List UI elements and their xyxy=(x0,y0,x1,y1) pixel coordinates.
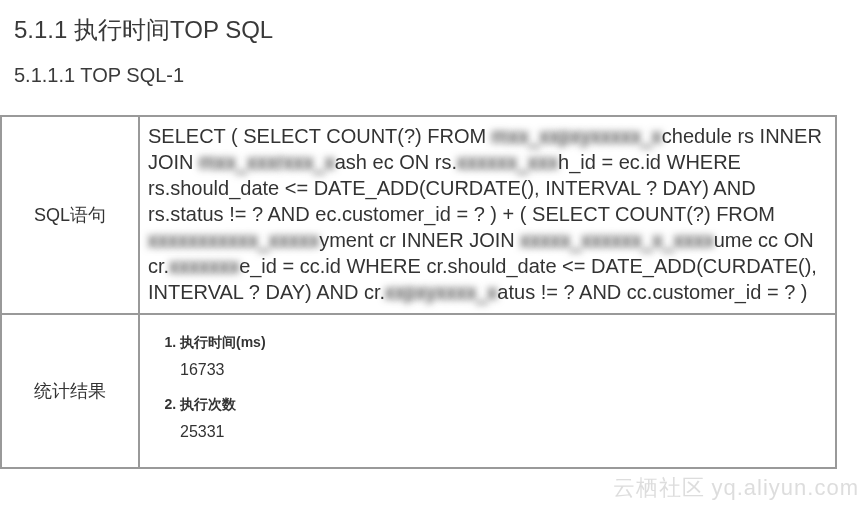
list-item: 执行时间(ms) 16733 xyxy=(180,331,821,383)
table-row: SQL语句 SELECT ( SELECT COUNT(?) FROM mxx_… xyxy=(1,116,836,314)
redacted-text: xxxxx_xxxxxx_x_xxxx xyxy=(520,227,713,253)
stat-value: 25331 xyxy=(180,419,821,445)
sql-text: SELECT ( SELECT COUNT(?) FROM mxx_xxpxyx… xyxy=(148,123,827,305)
sql-fragment: SELECT ( SELECT COUNT(?) FROM xyxy=(148,125,492,147)
document-page: 5.1.1 执行时间TOP SQL 5.1.1.1 TOP SQL-1 SQL语… xyxy=(0,0,865,475)
sql-fragment: ash ec ON rs. xyxy=(335,151,457,173)
redacted-text: mxx_xxxrxxx_x xyxy=(199,149,335,175)
stat-value: 16733 xyxy=(180,357,821,383)
redacted-text: xxxxxx_xxx xyxy=(457,149,558,175)
stat-label: 执行次数 xyxy=(180,396,236,412)
stats-list: 执行时间(ms) 16733 执行次数 25331 xyxy=(152,331,821,445)
sql-fragment: yment cr INNER JOIN xyxy=(319,229,520,251)
redacted-text: xxxxxxxxxxx_xxxxx xyxy=(148,227,319,253)
sql-statement-label-cell: SQL语句 xyxy=(1,116,139,314)
table-row: 统计结果 执行时间(ms) 16733 执行次数 25331 xyxy=(1,314,836,468)
stats-cell: 执行时间(ms) 16733 执行次数 25331 xyxy=(139,314,836,468)
stats-label-cell: 统计结果 xyxy=(1,314,139,468)
list-item: 执行次数 25331 xyxy=(180,393,821,445)
redacted-text: xxxxxxx xyxy=(169,253,239,279)
stat-label: 执行时间(ms) xyxy=(180,334,266,350)
redacted-text: mxx_xxpxyxxxxx_x xyxy=(492,123,662,149)
sql-statement-cell: SELECT ( SELECT COUNT(?) FROM mxx_xxpxyx… xyxy=(139,116,836,314)
subsection-heading: 5.1.1.1 TOP SQL-1 xyxy=(14,64,851,87)
redacted-text: xxpxyxxxx_x xyxy=(385,279,497,305)
sql-fragment: atus != ? AND cc.customer_id = ? ) xyxy=(497,281,807,303)
top-sql-table: SQL语句 SELECT ( SELECT COUNT(?) FROM mxx_… xyxy=(0,115,837,469)
section-heading: 5.1.1 执行时间TOP SQL xyxy=(14,14,851,46)
